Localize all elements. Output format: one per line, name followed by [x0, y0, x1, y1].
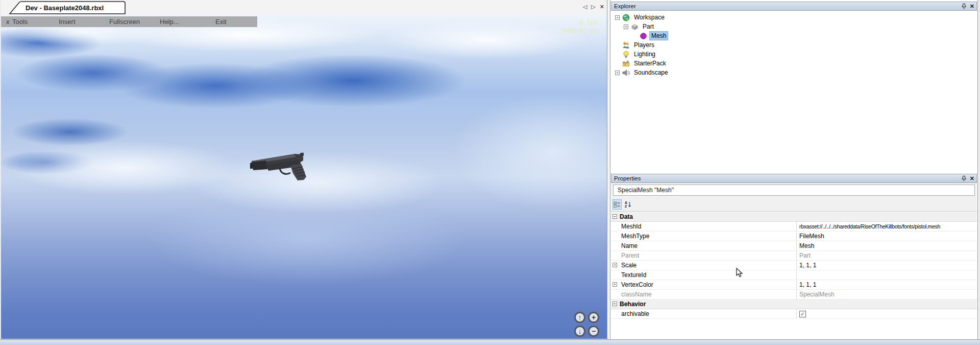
mesh-sphere-icon — [640, 32, 647, 40]
explorer-title: Explorer — [614, 3, 636, 9]
right-pane: Explorer ✕ + Workspace + — [610, 0, 978, 339]
menu-close-x[interactable]: x — [6, 18, 10, 26]
svg-text:Z: Z — [625, 204, 627, 208]
object-selector-area: SpecialMesh "Mesh" — [611, 183, 977, 197]
property-name: Name — [611, 241, 797, 250]
mouse-cursor-icon — [736, 268, 744, 278]
property-value[interactable]: rbxasset://../../../shareddata/RiseOfThe… — [797, 222, 977, 231]
tree-item-label: Part — [641, 22, 655, 31]
property-value[interactable]: 1, 1, 1 — [797, 261, 977, 270]
property-name: + VertexColor — [611, 280, 797, 289]
menu-item-insert[interactable]: Insert — [59, 18, 76, 26]
camera-up-button[interactable]: ↑ — [574, 312, 585, 323]
fps-counter: 0 fps 2009.91 ms — [561, 18, 598, 36]
category-row-behavior[interactable]: − Behavior — [611, 300, 977, 309]
tree-item-label: Lighting — [632, 50, 657, 58]
tree-item-label: Soundscape — [632, 68, 670, 77]
tree-item-mesh[interactable]: Mesh — [611, 31, 977, 40]
menu-item-fullscreen[interactable]: Fullscreen — [109, 18, 140, 26]
pin-icon[interactable] — [961, 3, 966, 10]
lighting-bulb-icon — [622, 51, 630, 58]
property-value[interactable] — [797, 270, 977, 280]
zoom-out-button[interactable]: − — [588, 326, 599, 337]
tree-item-workspace[interactable]: + Workspace — [611, 13, 977, 22]
menu-item-help[interactable]: Help... — [160, 18, 179, 26]
players-icon — [622, 41, 630, 49]
explorer-header: Explorer ✕ — [611, 2, 977, 11]
close-panel-icon[interactable]: ✕ — [970, 3, 974, 10]
property-row-name[interactable]: Name Mesh — [611, 241, 977, 251]
property-value: Part — [797, 251, 977, 260]
collapse-toggle[interactable]: − — [612, 302, 617, 306]
expand-toggle[interactable]: + — [612, 263, 617, 267]
ms-value: 2009.91 ms — [561, 27, 598, 36]
tab-title: Dev - Baseplate2048.rbxl — [26, 4, 104, 12]
property-value: ✓ — [797, 309, 977, 318]
explorer-tree: + Workspace + Part — [611, 11, 977, 173]
down-arrow-icon: ↓ — [578, 327, 582, 335]
tree-item-label-selected: Mesh — [650, 32, 668, 40]
status-bar — [0, 339, 980, 345]
svg-text:A: A — [625, 201, 627, 204]
menu-item-tools[interactable]: Tools — [12, 18, 28, 26]
tab-bar: Dev - Baseplate2048.rbxl ◁ ▷ ✕ — [1, 0, 607, 14]
sort-alphabetical-icon[interactable]: A Z — [624, 199, 633, 210]
property-value[interactable]: Mesh — [797, 241, 977, 250]
archivable-checkbox[interactable]: ✓ — [799, 311, 806, 317]
property-name: MeshId — [611, 222, 797, 231]
property-row-vertexcolor[interactable]: + VertexColor 1, 1, 1 — [611, 280, 977, 290]
property-row-textureid[interactable]: TextureId — [611, 270, 977, 280]
property-name: + Scale — [611, 261, 797, 270]
tree-item-label: StarterPack — [632, 59, 668, 67]
property-value: SpecialMesh — [797, 290, 977, 299]
panel-splitter[interactable] — [607, 0, 610, 339]
document-tab[interactable]: Dev - Baseplate2048.rbxl — [5, 1, 128, 14]
expand-toggle[interactable]: + — [612, 282, 617, 287]
pistol-mesh-object[interactable] — [250, 145, 319, 187]
expand-toggle[interactable]: + — [615, 15, 620, 20]
property-row-scale[interactable]: + Scale 1, 1, 1 — [611, 261, 977, 270]
close-panel-icon[interactable]: ✕ — [970, 175, 974, 182]
property-grid: − Data MeshId rbxasset://../../../shared… — [611, 212, 977, 319]
collapse-toggle[interactable]: − — [612, 214, 617, 219]
menu-item-exit[interactable]: Exit — [215, 18, 227, 26]
soundscape-speaker-icon — [622, 69, 630, 77]
studio-window: Dev - Baseplate2048.rbxl ◁ ▷ ✕ x Tools I… — [0, 0, 980, 345]
pin-icon[interactable] — [961, 175, 966, 182]
property-row-parent: Parent Part — [611, 251, 977, 261]
selected-object-box[interactable]: SpecialMesh "Mesh" — [613, 185, 975, 196]
zoom-in-button[interactable]: + — [588, 312, 599, 323]
properties-toolbar: A Z — [611, 197, 977, 212]
properties-title: Properties — [614, 175, 641, 181]
expand-toggle[interactable]: + — [615, 71, 620, 75]
category-row-data[interactable]: − Data — [611, 212, 977, 222]
tree-item-label: Players — [632, 41, 656, 49]
plus-icon: + — [592, 313, 596, 321]
property-row-meshtype[interactable]: MeshType FileMesh — [611, 232, 977, 241]
categorize-icon[interactable] — [612, 199, 622, 210]
starterpack-folder-icon — [622, 60, 630, 67]
properties-header: Properties ✕ — [611, 174, 977, 183]
property-value[interactable]: 1, 1, 1 — [797, 280, 977, 289]
part-brick-icon — [631, 23, 639, 31]
prev-tab-icon[interactable]: ◁ — [583, 3, 587, 11]
tree-item-players[interactable]: Players — [611, 40, 977, 50]
property-row-meshid[interactable]: MeshId rbxasset://../../../shareddata/Ri… — [611, 222, 977, 232]
menu-bar: x Tools Insert Fullscreen Help... Exit — [1, 16, 257, 27]
close-tab-icon[interactable]: ✕ — [600, 3, 604, 11]
property-value[interactable]: FileMesh — [797, 232, 977, 241]
minus-icon: − — [592, 327, 596, 335]
camera-down-button[interactable]: ↓ — [574, 326, 585, 337]
property-name: Parent — [611, 251, 797, 260]
property-name: archivable — [611, 309, 797, 318]
tree-item-lighting[interactable]: Lighting — [611, 50, 977, 59]
expand-toggle[interactable]: + — [624, 25, 628, 29]
tree-item-label: Workspace — [632, 13, 666, 21]
tree-item-soundscape[interactable]: + Soundscape — [611, 68, 977, 77]
up-arrow-icon: ↑ — [578, 313, 582, 321]
property-row-archivable[interactable]: archivable ✓ — [611, 309, 977, 319]
tree-item-part[interactable]: + Part — [611, 22, 977, 31]
tree-item-starterpack[interactable]: StarterPack — [611, 59, 977, 68]
next-tab-icon[interactable]: ▷ — [591, 3, 595, 11]
viewport-3d[interactable]: x Tools Insert Fullscreen Help... Exit 0… — [1, 14, 607, 339]
